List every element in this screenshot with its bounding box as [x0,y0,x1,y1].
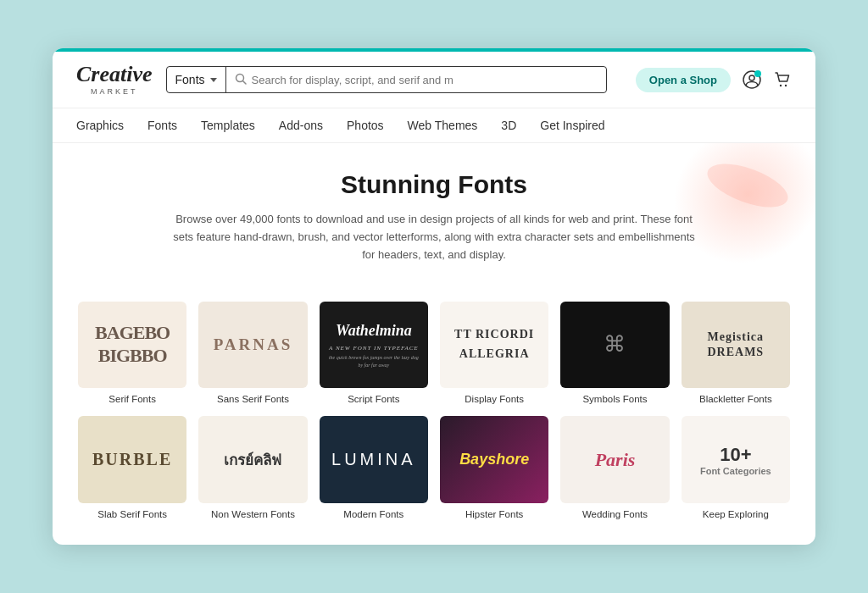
search-category-label: Fonts [175,73,205,86]
logo-creative-text: Creative [76,64,153,86]
font-card-hipster[interactable]: Bayshore Hipster Fonts [440,416,548,519]
site-logo[interactable]: Creative MARKET [76,64,153,96]
more-categories-text: Font Categories [700,466,771,476]
header-actions: Open a Shop [636,68,792,92]
svg-line-1 [242,80,246,84]
font-card-nonwestern-image: เกรย์คลิฟ [198,416,307,503]
nav-item-fonts[interactable]: Fonts [147,108,177,142]
font-card-symbols-label: Symbols Fonts [582,394,647,404]
nav-item-addons[interactable]: Add-ons [279,108,323,142]
font-card-hipster-image: Bayshore [440,416,548,503]
font-card-serif[interactable]: BAGEBOBIGBBO Serif Fonts [78,302,186,405]
search-input[interactable] [252,74,598,86]
font-card-sans-serif[interactable]: PARNAS Sans Serif Fonts [198,302,307,405]
font-card-slab-label: Slab Serif Fonts [97,509,167,519]
hero-description: Browse over 49,000 fonts to download and… [171,211,697,263]
open-shop-button[interactable]: Open a Shop [636,68,731,92]
font-card-non-western[interactable]: เกรย์คลิฟ Non Western Fonts [198,416,307,519]
search-area: Fonts [166,66,607,93]
display-preview-text: TT RICORDI ALLEGRIA [454,325,534,363]
font-card-wedding-label: Wedding Fonts [582,509,648,519]
nav-item-3d[interactable]: 3D [501,108,516,142]
nav-item-getinspired[interactable]: Get Inspired [540,108,604,142]
slab-preview-text: BURBLE [92,450,172,469]
hero-decoration-2 [702,155,793,216]
blackletter-preview-text: MegisticaDREAMS [707,330,764,360]
main-nav: Graphics Fonts Templates Add-ons Photos … [53,108,815,143]
svg-point-5 [785,85,787,86]
font-card-slab-serif[interactable]: BURBLE Slab Serif Fonts [78,416,186,519]
font-grid-section: BAGEBOBIGBBO Serif Fonts PARNAS Sans Ser… [53,281,815,545]
font-card-display-label: Display Fonts [465,394,524,404]
serif-preview-text: BAGEBOBIGBBO [95,322,170,367]
hero-section: Stunning Fonts Browse over 49,000 fonts … [53,143,815,280]
svg-point-4 [780,85,782,86]
font-card-script[interactable]: Wathelmina A NEW FONT IN TYPEFACE the qu… [320,302,428,405]
browser-window: Creative MARKET Fonts Open a Shop [53,48,815,545]
font-card-blackletter-image: MegisticaDREAMS [682,302,790,389]
font-card-blackletter[interactable]: MegisticaDREAMS Blackletter Fonts [682,302,790,405]
account-button[interactable] [743,70,761,89]
font-card-script-image: Wathelmina A NEW FONT IN TYPEFACE the qu… [320,302,428,389]
wedding-preview-text: Paris [595,449,636,471]
font-card-serif-image: BAGEBOBIGBBO [78,302,186,389]
font-card-more[interactable]: 10+ Font Categories Keep Exploring [682,416,790,519]
font-card-symbols-image: ⌘ [560,302,669,389]
font-card-modern-label: Modern Fonts [343,509,403,519]
svg-point-3 [749,75,754,80]
font-grid: BAGEBOBIGBBO Serif Fonts PARNAS Sans Ser… [78,302,790,519]
font-card-blackletter-label: Blackletter Fonts [699,394,772,404]
font-card-display-image: TT RICORDI ALLEGRIA [440,302,548,389]
script-preview-text: Wathelmina A NEW FONT IN TYPEFACE the qu… [329,320,419,369]
nav-item-photos[interactable]: Photos [347,108,384,142]
font-card-display[interactable]: TT RICORDI ALLEGRIA Display Fonts [440,302,548,405]
font-card-modern-image: LUMINA [320,416,428,503]
modern-preview-text: LUMINA [331,450,416,469]
nav-item-graphics[interactable]: Graphics [76,108,124,142]
symbols-preview-text: ⌘ [604,331,626,357]
search-icon [235,73,247,87]
sans-preview-text: PARNAS [214,335,293,354]
font-card-slab-image: BURBLE [78,416,186,503]
font-card-serif-label: Serif Fonts [108,394,156,404]
font-card-nonwestern-label: Non Western Fonts [211,509,295,519]
site-header: Creative MARKET Fonts Open a Shop [53,52,815,108]
nav-item-templates[interactable]: Templates [201,108,255,142]
font-card-sans-serif-image: PARNAS [198,302,307,389]
logo-market-text: MARKET [91,87,138,96]
search-category-selector[interactable]: Fonts [167,67,226,92]
font-card-symbols[interactable]: ⌘ Symbols Fonts [560,302,669,405]
hipster-preview-text: Bayshore [459,451,529,468]
font-card-wedding[interactable]: Paris Wedding Fonts [560,416,669,519]
search-input-wrap [226,73,606,87]
font-card-modern[interactable]: LUMINA Modern Fonts [320,416,428,519]
font-card-sans-label: Sans Serif Fonts [217,394,289,404]
nav-item-webthemes[interactable]: Web Themes [408,108,478,142]
font-card-wedding-image: Paris [560,416,669,503]
chevron-down-icon [210,78,217,82]
font-card-hipster-label: Hipster Fonts [465,509,523,519]
cart-button[interactable] [773,70,792,89]
font-card-script-label: Script Fonts [348,394,399,404]
more-count-text: 10+ [720,444,751,466]
hero-title: Stunning Fonts [86,170,782,199]
font-card-more-image: 10+ Font Categories [682,416,790,503]
font-card-more-label: Keep Exploring [703,509,769,519]
nonwestern-preview-text: เกรย์คลิฟ [224,448,281,471]
